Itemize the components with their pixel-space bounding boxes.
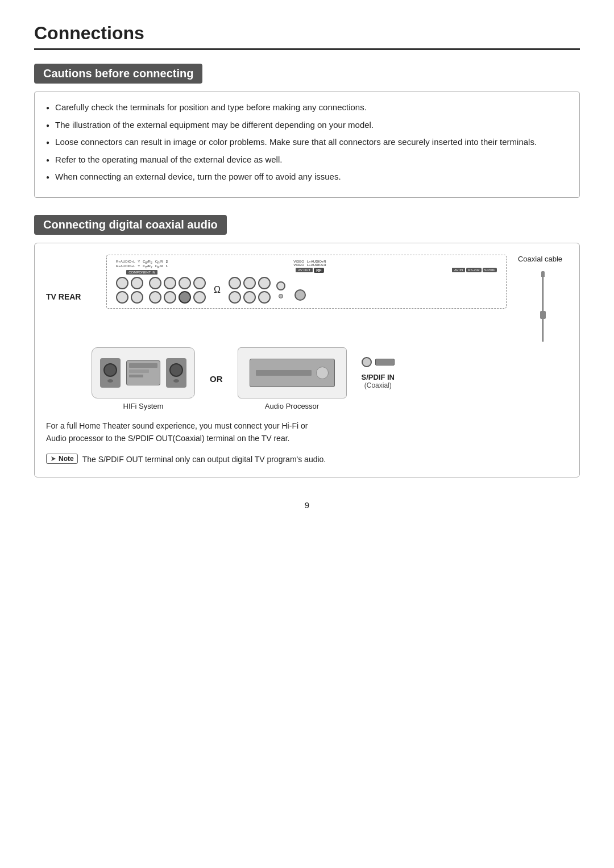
connector-3 — [116, 291, 128, 304]
connector-10 — [164, 291, 176, 304]
connector-spdif-out — [294, 289, 306, 301]
connector-9 — [149, 291, 161, 304]
headphone-icon: Ω — [214, 285, 221, 295]
spdif-in-sublabel: (Coaxial) — [362, 381, 395, 389]
coaxial-header: Connecting digital coaxial audio — [34, 215, 227, 235]
caution-item-1: Carefully check the terminals for positi… — [46, 101, 568, 114]
caution-item-2: The illustration of the external equipme… — [46, 119, 568, 132]
connector-14 — [243, 277, 256, 289]
description-text: For a full Home Theater sound experience… — [46, 420, 568, 445]
connector-6 — [164, 277, 176, 289]
connector-small-1 — [276, 281, 285, 290]
connector-18 — [258, 291, 271, 304]
rf-badge: RF — [314, 268, 323, 273]
tv-rear-panel: R+AUDIO+L Y CB/R2 CR/R 2 R+AUDIO+L Y CB/… — [106, 255, 507, 309]
connector-16 — [229, 291, 241, 304]
connector-5 — [149, 277, 161, 289]
note-text: The S/PDIF OUT terminal only can output … — [82, 454, 326, 466]
rs232-badge: RS-232 — [466, 268, 481, 272]
page-number: 9 — [34, 500, 580, 510]
note-box: Note The S/PDIF OUT terminal only can ou… — [46, 454, 568, 466]
connector-13 — [229, 277, 241, 289]
spdif-in-plug — [375, 359, 395, 366]
connector-2 — [131, 277, 143, 289]
connector-12 — [193, 291, 206, 304]
connector-17 — [243, 291, 256, 304]
cautions-header: Cautions before connecting — [34, 64, 202, 84]
or-label: OR — [210, 374, 223, 384]
page-title: Connections — [34, 23, 580, 50]
caution-item-5: When connecting an external device, turn… — [46, 171, 568, 184]
note-badge: Note — [46, 454, 78, 464]
note-icon — [50, 455, 57, 462]
connector-7 — [179, 277, 191, 289]
caution-item-4: Refer to the operating manual of the ext… — [46, 153, 568, 167]
connector-8 — [193, 277, 206, 289]
connector-4 — [131, 291, 143, 304]
tv-rear-label: TV REAR — [46, 275, 86, 301]
connector-15 — [258, 277, 271, 289]
caution-item-3: Loose connectors can result in image or … — [46, 136, 568, 149]
coaxial-cable-label: Coaxial cable — [518, 255, 562, 263]
connector-1 — [116, 277, 128, 289]
cautions-box: Carefully check the terminals for positi… — [34, 92, 580, 198]
hifi-system-label: HIFi System — [123, 402, 164, 410]
spdif-in-connector — [362, 357, 372, 367]
diagram-box: TV REAR R+AUDIO+L Y CB/R2 CR/R 2 R+AUDIO… — [34, 243, 580, 478]
spdif-in-label: S/PDIF IN — [362, 373, 395, 381]
audio-processor-label: Audio Processor — [265, 402, 319, 410]
spdif-badge: S/PDIF — [483, 268, 497, 272]
connector-11 — [179, 291, 191, 304]
cautions-list: Carefully check the terminals for positi… — [46, 101, 568, 184]
